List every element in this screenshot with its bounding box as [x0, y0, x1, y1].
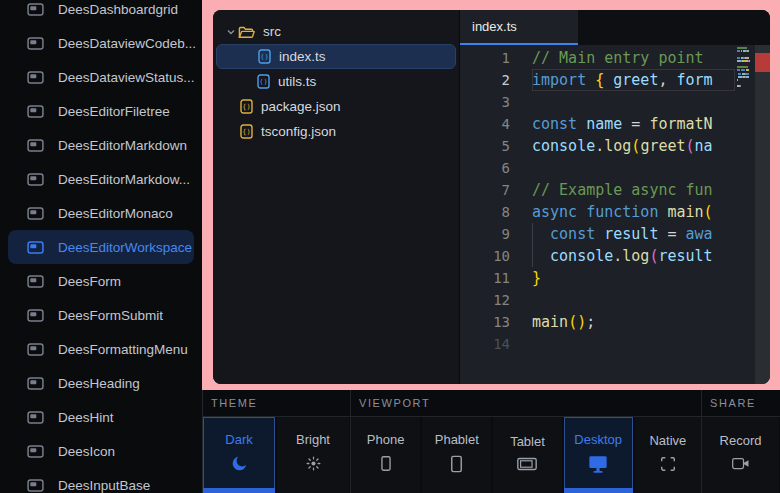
phone-button[interactable]: Phone	[351, 417, 420, 493]
minimap-line	[737, 82, 755, 84]
minimap-line	[737, 76, 755, 78]
button-label: Native	[649, 433, 686, 448]
sidebar-item-deeshint[interactable]: DeesHint	[0, 400, 202, 434]
sidebar-item-deesformattingmenu[interactable]: DeesFormattingMenu	[0, 332, 202, 366]
sidebar-item-deesdataviewcodeb[interactable]: DeesDataviewCodeb...	[0, 26, 202, 60]
button-label: Record	[720, 433, 762, 448]
code-token: // Example async fun	[532, 181, 713, 199]
svg-text:(): ()	[259, 78, 267, 86]
sidebar-item-label: DeesDataviewStatus...	[58, 70, 195, 85]
code-line: 2import { greet, form	[460, 69, 735, 91]
json-file-icon: {)	[240, 124, 253, 139]
chevron-down-icon[interactable]	[224, 27, 238, 37]
code-token: const	[532, 115, 577, 133]
phone-icon	[377, 454, 395, 473]
code-token: console	[550, 247, 613, 265]
tablet-icon	[516, 456, 538, 472]
code-token: function	[586, 203, 658, 221]
code-line: 6	[460, 157, 735, 179]
line-number: 12	[460, 289, 510, 311]
minimap-line	[737, 73, 755, 75]
minimap-line	[737, 47, 755, 49]
sidebar-item-deesinputbase[interactable]: DeesInputBase	[0, 468, 202, 493]
desktop-button[interactable]: Desktop	[564, 417, 633, 493]
sidebar-item-label: DeesDataviewCodeb...	[58, 36, 196, 51]
toolbar-section-share: SHARERecord	[702, 390, 780, 493]
widget-icon	[27, 479, 44, 492]
code-token: main	[667, 203, 703, 221]
dark-button[interactable]: Dark	[203, 417, 275, 493]
line-content: async function main(	[532, 201, 735, 223]
code-token	[532, 225, 550, 243]
record-button[interactable]: Record	[702, 417, 779, 493]
component-list: DeesDashboardgridDeesDataviewCodeb...Dee…	[0, 0, 202, 493]
code-token: =	[658, 225, 685, 243]
code-token: greet	[640, 137, 685, 155]
code-token: {	[595, 71, 604, 89]
widget-icon	[27, 343, 44, 356]
tree-item-utils-ts[interactable]: ()utils.ts	[216, 69, 456, 94]
code-line: 12	[460, 289, 735, 311]
sidebar-item-deeseditormarkdown[interactable]: DeesEditorMarkdown	[0, 128, 202, 162]
sidebar-item-label: DeesFormSubmit	[58, 308, 163, 323]
sidebar-item-deesicon[interactable]: DeesIcon	[0, 434, 202, 468]
sidebar-item-deesformsubmit[interactable]: DeesFormSubmit	[0, 298, 202, 332]
phablet-button[interactable]: Phablet	[422, 417, 491, 493]
code-token: log	[622, 247, 649, 265]
minimap-segment	[745, 57, 749, 59]
toolbar-section-title: THEME	[203, 390, 350, 417]
tree-item-tsconfig-json[interactable]: {)tsconfig.json	[216, 119, 456, 144]
editor-code-area[interactable]: 1// Main entry point2import { greet, for…	[460, 45, 770, 384]
sidebar-item-deesheading[interactable]: DeesHeading	[0, 366, 202, 400]
editor-tab-index-ts[interactable]: index.ts	[460, 10, 578, 45]
minimap[interactable]	[735, 45, 755, 384]
tree-item-index-ts[interactable]: ()index.ts	[216, 44, 456, 69]
line-number: 6	[460, 157, 510, 179]
desktop-icon	[587, 454, 609, 474]
record-icon	[731, 455, 751, 472]
button-label: Tablet	[510, 434, 545, 449]
line-number: 3	[460, 91, 510, 113]
button-label: Bright	[296, 432, 330, 447]
sidebar-item-deeseditormarkdow[interactable]: DeesEditorMarkdow...	[0, 162, 202, 196]
sidebar-item-deesdataviewstatus[interactable]: DeesDataviewStatus...	[0, 60, 202, 94]
app-root: DeesDashboardgridDeesDataviewCodeb...Dee…	[0, 0, 780, 493]
phablet-icon	[447, 454, 466, 474]
code-token	[577, 115, 586, 133]
sidebar-item-deeseditormonaco[interactable]: DeesEditorMonaco	[0, 196, 202, 230]
tree-item-name: package.json	[261, 99, 341, 114]
component-sidebar: DeesDashboardgridDeesDataviewCodeb...Dee…	[0, 0, 202, 493]
editor-tab-bar: index.ts	[460, 10, 770, 45]
minimap-segment	[737, 79, 738, 81]
code-line: 9 const result = awa	[460, 223, 735, 245]
code-token	[604, 71, 613, 89]
toolbar-buttons: Record	[702, 417, 780, 493]
widget-icon	[27, 275, 44, 288]
toolbar-buttons: PhonePhabletTabletDesktopNative	[351, 417, 701, 493]
code-token	[532, 247, 550, 265]
line-number: 11	[460, 267, 510, 289]
widget-icon	[27, 309, 44, 322]
minimap-segment	[737, 47, 747, 49]
minimap-segment	[747, 50, 749, 52]
editor-scrollbar[interactable]	[755, 45, 770, 384]
sidebar-item-label: DeesFormattingMenu	[58, 342, 188, 357]
code-token: console	[532, 137, 595, 155]
code-lines: 1// Main entry point2import { greet, for…	[460, 45, 735, 384]
tablet-button[interactable]: Tablet	[493, 417, 561, 493]
sidebar-item-deeseditorfiletree[interactable]: DeesEditorFiletree	[0, 94, 202, 128]
line-content: // Example async fun	[532, 179, 735, 201]
line-number: 9	[460, 223, 510, 245]
line-content: }	[532, 267, 735, 289]
sidebar-item-label: DeesIcon	[58, 444, 115, 459]
tree-item-name: utils.ts	[278, 74, 316, 89]
sidebar-item-deeseditorworkspace[interactable]: DeesEditorWorkspace	[8, 230, 194, 264]
native-button[interactable]: Native	[635, 417, 701, 493]
tree-item-src[interactable]: src	[216, 19, 456, 44]
bright-button[interactable]: Bright	[277, 417, 349, 493]
sidebar-item-deesdashboardgrid[interactable]: DeesDashboardgrid	[0, 0, 202, 26]
json-file-icon: {)	[240, 99, 253, 114]
sidebar-item-deesform[interactable]: DeesForm	[0, 264, 202, 298]
tree-item-package-json[interactable]: {)package.json	[216, 94, 456, 119]
native-icon	[659, 455, 677, 473]
